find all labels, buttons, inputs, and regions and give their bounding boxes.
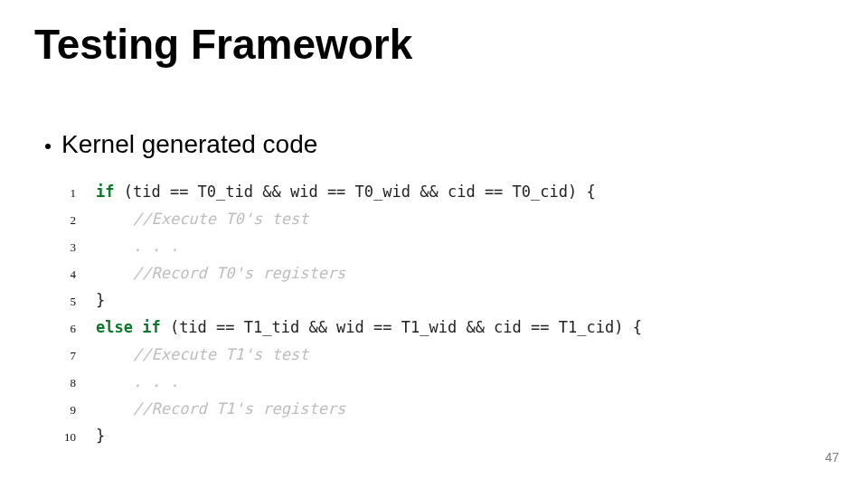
slide: Testing Framework Kernel generated code … [0,0,868,488]
bullet-dot-icon [45,144,51,149]
code-content: if (tid == T0_tid && wid == T0_wid && ci… [96,179,596,204]
line-number: 1 [43,181,76,206]
code-line: 2 //Execute T0's test [43,206,642,233]
code-content: . . . [96,233,179,258]
bullet-text: Kernel generated code [61,130,317,159]
page-number: 47 [825,450,839,465]
code-line: 10} [43,423,642,450]
line-number: 4 [43,262,76,287]
code-content: //Execute T0's test [96,206,308,231]
line-number: 3 [43,235,76,260]
code-block: 1if (tid == T0_tid && wid == T0_wid && c… [43,179,642,450]
code-line: 3 . . . [43,233,642,260]
code-line: 8 . . . [43,369,642,396]
code-content: //Execute T1's test [96,342,308,367]
line-number: 9 [43,398,76,423]
code-content: //Record T0's registers [96,260,345,286]
code-content: //Record T1's registers [96,396,345,421]
line-number: 2 [43,208,76,233]
code-content: . . . [96,369,179,394]
code-content: else if (tid == T1_tid && wid == T1_wid … [96,314,642,340]
line-number: 8 [43,371,76,396]
line-number: 10 [43,425,76,450]
line-number: 6 [43,316,76,342]
code-line: 5} [43,287,642,314]
line-number: 5 [43,289,76,314]
code-line: 9 //Record T1's registers [43,396,642,423]
code-line: 1if (tid == T0_tid && wid == T0_wid && c… [43,179,642,206]
line-number: 7 [43,343,76,369]
code-content: } [96,423,105,448]
code-line: 4 //Record T0's registers [43,260,642,287]
bullet-row: Kernel generated code [45,130,317,159]
slide-title: Testing Framework [34,20,412,69]
code-line: 7 //Execute T1's test [43,342,642,369]
code-line: 6else if (tid == T1_tid && wid == T1_wid… [43,314,642,342]
code-content: } [96,287,105,313]
